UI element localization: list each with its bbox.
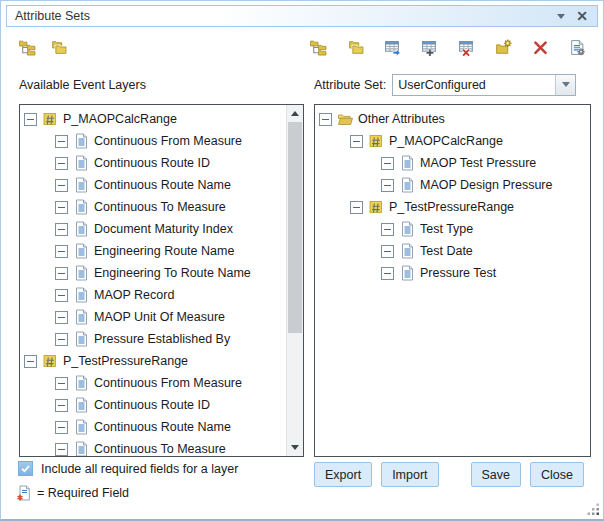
tree-item[interactable]: Continuous To Measure <box>20 438 287 457</box>
tree-item[interactable]: MAOP Design Pressure <box>315 174 590 196</box>
collapse-toggle[interactable] <box>55 245 68 258</box>
collapse-toggle[interactable] <box>55 201 68 214</box>
collapse-toggle[interactable] <box>24 355 37 368</box>
collapse-toggle[interactable] <box>350 201 363 214</box>
toolbar-right-group <box>306 35 589 59</box>
titlebar[interactable]: Attribute Sets ✕ <box>6 5 598 27</box>
collapse-toggle[interactable] <box>350 135 363 148</box>
collapse-toggle[interactable] <box>55 399 68 412</box>
tree-item[interactable]: P_TestPressureRange <box>20 350 287 372</box>
configure-report-button[interactable] <box>565 35 589 59</box>
collapse-toggle[interactable] <box>55 179 68 192</box>
tree-item[interactable]: P_MAOPCalcRange <box>315 130 590 152</box>
tree-view-button[interactable] <box>306 35 330 59</box>
combobox-dropdown-button[interactable] <box>555 75 575 95</box>
minus-icon <box>58 251 65 252</box>
icon-field <box>73 287 89 303</box>
minus-icon <box>384 163 391 164</box>
table-add-button[interactable] <box>417 35 441 59</box>
tree-item[interactable]: P_MAOPCalcRange <box>20 108 287 130</box>
tree-item-label: Test Date <box>420 244 473 258</box>
tree-item[interactable]: P_TestPressureRange <box>315 196 590 218</box>
collapse-toggle[interactable] <box>55 289 68 302</box>
toolbar <box>15 34 589 60</box>
collapse-toggle[interactable] <box>55 223 68 236</box>
icon-folder-open <box>337 111 353 127</box>
tree-item[interactable]: MAOP Unit Of Measure <box>20 306 287 328</box>
tree-item[interactable]: Engineering Route Name <box>20 240 287 262</box>
collapse-toggle[interactable] <box>381 157 394 170</box>
collapse-toggle[interactable] <box>381 179 394 192</box>
titlebar-controls: ✕ <box>557 9 597 23</box>
minus-icon <box>353 141 360 142</box>
tree-item[interactable]: Engineering To Route Name <box>20 262 287 284</box>
tree-item[interactable]: Other Attributes <box>315 108 590 130</box>
minus-icon <box>58 185 65 186</box>
resize-grip[interactable] <box>587 503 600 516</box>
minus-icon <box>58 317 65 318</box>
include-required-fields-row: Include all required fields for a layer <box>18 460 238 477</box>
titlebar-caret-icon[interactable] <box>557 14 565 19</box>
tree-item[interactable]: Continuous Route ID <box>20 152 287 174</box>
save-button[interactable]: Save <box>471 462 522 487</box>
include-required-fields-checkbox[interactable] <box>18 461 33 476</box>
minus-icon <box>58 427 65 428</box>
collapse-toggle[interactable] <box>55 333 68 346</box>
icon-field <box>73 133 89 149</box>
tree-item-label: Test Type <box>420 222 473 236</box>
export-import-group: Export Import <box>314 462 439 487</box>
collapse-toggle[interactable] <box>319 113 332 126</box>
tree-item-label: Other Attributes <box>358 112 445 126</box>
table-remove-button[interactable] <box>454 35 478 59</box>
import-button[interactable]: Import <box>381 462 438 487</box>
attribute-set-combobox[interactable]: UserConfigured <box>392 74 576 96</box>
scroll-up-button[interactable] <box>287 106 303 121</box>
collapse-toggle[interactable] <box>55 267 68 280</box>
icon-field <box>73 199 89 215</box>
tree-item[interactable]: Test Date <box>315 240 590 262</box>
collapse-toggle[interactable] <box>381 223 394 236</box>
new-attribute-set-button[interactable] <box>491 35 515 59</box>
tree-item[interactable]: Continuous Route ID <box>20 394 287 416</box>
tree-view-button[interactable] <box>15 35 39 59</box>
tree-item[interactable]: MAOP Test Pressure <box>315 152 590 174</box>
scroll-down-button[interactable] <box>287 440 303 455</box>
attribute-set-tree-panel: Other AttributesP_MAOPCalcRangeMAOP Test… <box>314 104 591 457</box>
tree-item[interactable]: Pressure Established By <box>20 328 287 350</box>
vertical-scrollbar[interactable] <box>286 105 303 456</box>
tree-item[interactable]: Continuous Route Name <box>20 174 287 196</box>
tree-item[interactable]: Pressure Test <box>315 262 590 284</box>
table-export-button[interactable] <box>380 35 404 59</box>
collapse-toggle[interactable] <box>55 135 68 148</box>
collapse-toggle[interactable] <box>381 267 394 280</box>
collapse-toggle[interactable] <box>55 311 68 324</box>
folders-button[interactable] <box>343 35 367 59</box>
collapse-toggle[interactable] <box>24 113 37 126</box>
tree-item[interactable]: MAOP Record <box>20 284 287 306</box>
close-button[interactable]: Close <box>530 462 584 487</box>
tree-item[interactable]: Continuous From Measure <box>20 130 287 152</box>
tree-item[interactable]: Continuous To Measure <box>20 196 287 218</box>
delete-button[interactable] <box>528 35 552 59</box>
collapse-toggle[interactable] <box>381 245 394 258</box>
tree-item-label: Continuous From Measure <box>94 376 242 390</box>
export-button[interactable]: Export <box>314 462 372 487</box>
scrollbar-thumb[interactable] <box>288 122 302 333</box>
close-icon[interactable]: ✕ <box>576 9 588 23</box>
tree-item[interactable]: Test Type <box>315 218 590 240</box>
tree-item-label: MAOP Test Pressure <box>420 156 536 170</box>
icon-field <box>73 375 89 391</box>
collapse-toggle[interactable] <box>55 377 68 390</box>
folders-button[interactable] <box>46 35 70 59</box>
collapse-toggle[interactable] <box>55 443 68 456</box>
tree-item[interactable]: Continuous Route Name <box>20 416 287 438</box>
minus-icon <box>27 361 34 362</box>
minus-icon <box>384 251 391 252</box>
tree-item[interactable]: Continuous From Measure <box>20 372 287 394</box>
minus-icon <box>58 405 65 406</box>
combobox-value: UserConfigured <box>393 75 555 95</box>
tree-item[interactable]: Document Maturity Index <box>20 218 287 240</box>
collapse-toggle[interactable] <box>55 421 68 434</box>
minus-icon <box>322 119 329 120</box>
collapse-toggle[interactable] <box>55 157 68 170</box>
